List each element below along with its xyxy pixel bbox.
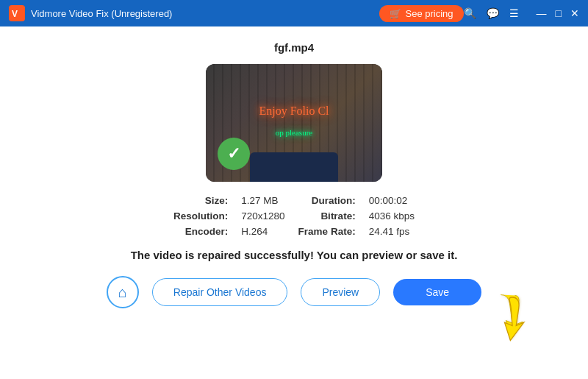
maximize-button[interactable]: □ — [556, 8, 562, 18]
encoder-value: H.264 — [241, 226, 284, 237]
menu-icon[interactable]: ☰ — [509, 7, 519, 19]
video-thumbnail-container: Enjoy Folio Cl op pleasure ✓ — [206, 64, 382, 182]
app-title: Vidmore Video Fix (Unregistered) — [31, 8, 379, 19]
bitrate-value: 4036 kbps — [369, 210, 415, 222]
main-content: fgf.mp4 Enjoy Folio Cl op pleasure ✓ Siz… — [0, 26, 588, 316]
svg-text:V: V — [12, 9, 18, 19]
framerate-label: Frame Rate: — [298, 226, 356, 237]
success-checkmark: ✓ — [218, 138, 250, 170]
video-info-grid: Size: 1.27 MB Duration: 00:00:02 Resolut… — [173, 195, 415, 237]
minimize-button[interactable]: — — [537, 8, 547, 18]
size-label: Size: — [173, 195, 228, 206]
close-button[interactable]: ✕ — [570, 8, 579, 18]
repair-other-button[interactable]: Repair Other Videos — [152, 278, 288, 306]
resolution-value: 720x1280 — [241, 210, 284, 222]
resolution-label: Resolution: — [173, 210, 228, 222]
duration-label: Duration: — [298, 195, 356, 206]
titlebar: V Vidmore Video Fix (Unregistered) 🛒 See… — [0, 0, 588, 26]
duration-value: 00:00:02 — [369, 195, 415, 206]
see-pricing-button[interactable]: 🛒 See pricing — [379, 5, 463, 22]
home-icon: ⌂ — [118, 284, 127, 301]
encoder-label: Encoder: — [173, 226, 228, 237]
window-controls: — □ ✕ — [537, 8, 579, 18]
preview-button[interactable]: Preview — [301, 278, 380, 306]
success-message: The video is repaired successfully! You … — [131, 249, 458, 261]
app-logo: V — [9, 5, 25, 21]
chat-icon[interactable]: 💬 — [487, 7, 499, 19]
size-value: 1.27 MB — [241, 195, 284, 206]
framerate-value: 24.41 fps — [369, 226, 415, 237]
bitrate-label: Bitrate: — [298, 210, 356, 222]
home-button[interactable]: ⌂ — [107, 276, 139, 308]
sofa-decoration — [250, 152, 338, 182]
cart-icon: 🛒 — [390, 8, 401, 19]
search-icon[interactable]: 🔍 — [464, 7, 476, 19]
title-icons: 🔍 💬 ☰ — [464, 7, 519, 19]
neon-sub: op pleasure — [276, 128, 312, 137]
neon-text: Enjoy Folio Cl — [259, 105, 329, 118]
action-buttons: ⌂ Repair Other Videos Preview Save — [107, 276, 481, 308]
save-button[interactable]: Save — [393, 279, 481, 305]
filename: fgf.mp4 — [274, 41, 314, 54]
